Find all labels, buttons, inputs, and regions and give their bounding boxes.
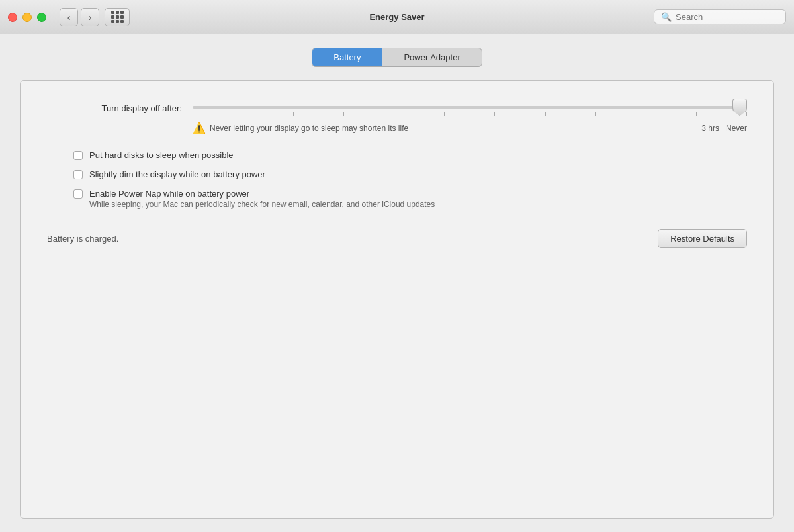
checkbox-row-hard-disks: Put hard disks to sleep when possible [47, 150, 747, 160]
settings-panel: Turn display off after: [20, 80, 774, 519]
tick [293, 112, 294, 116]
checkbox-power-nap-subtext: While sleeping, your Mac can periodicall… [89, 200, 435, 209]
forward-button[interactable]: › [81, 8, 99, 26]
back-button[interactable]: ‹ [60, 8, 78, 26]
slider-container [193, 99, 747, 116]
warning-section: ⚠️ Never letting your display go to slee… [193, 122, 701, 134]
grid-icon [111, 11, 124, 23]
maximize-button[interactable] [37, 13, 46, 22]
tick [746, 112, 747, 116]
tick [494, 112, 495, 116]
checkbox-dim-display-label: Slightly dim the display while on batter… [89, 169, 265, 179]
checkbox-hard-disks-label: Put hard disks to sleep when possible [89, 150, 234, 160]
tab-power-adapter[interactable]: Power Adapter [382, 48, 481, 66]
tick [193, 112, 193, 116]
warning-row: ⚠️ Never letting your display go to slee… [193, 122, 747, 134]
warning-text: Never letting your display go to sleep m… [210, 124, 701, 133]
time-labels: 3 hrs Never [701, 124, 747, 133]
time-3hrs: 3 hrs [701, 124, 719, 133]
tick [444, 112, 445, 116]
minimize-button[interactable] [22, 13, 32, 22]
panel-bottom-bar: Battery is charged. Restore Defaults [47, 218, 747, 248]
tick [394, 112, 394, 116]
search-icon: 🔍 [661, 12, 672, 22]
window-controls [8, 13, 46, 22]
tick [343, 112, 344, 116]
slider-label: Turn display off after: [47, 103, 193, 113]
battery-status: Battery is charged. [47, 234, 650, 244]
main-content: Battery Power Adapter Turn display off a… [0, 34, 794, 532]
titlebar: ‹ › Energy Saver 🔍 [0, 0, 794, 34]
time-never: Never [726, 124, 747, 133]
checkbox-power-nap[interactable] [73, 189, 83, 199]
grid-button[interactable] [105, 8, 130, 26]
tab-group: Battery Power Adapter [312, 48, 482, 67]
display-sleep-slider[interactable] [193, 106, 747, 109]
slider-row: Turn display off after: [47, 99, 747, 116]
search-bar[interactable]: 🔍 [654, 9, 786, 24]
tick [646, 112, 646, 116]
warning-icon: ⚠️ [193, 122, 206, 134]
checkbox-power-nap-label: Enable Power Nap while on battery power [89, 189, 435, 199]
tick [545, 112, 546, 116]
close-button[interactable] [8, 13, 17, 22]
tick [596, 112, 596, 116]
checkbox-hard-disks[interactable] [73, 151, 83, 160]
window-title: Energy Saver [369, 12, 424, 22]
tick [243, 112, 243, 116]
checkbox-dim-display[interactable] [73, 170, 83, 179]
search-input[interactable] [676, 12, 779, 22]
checkbox-row-dim-display: Slightly dim the display while on batter… [47, 169, 747, 179]
nav-buttons: ‹ › [60, 8, 99, 26]
tick [696, 112, 697, 116]
segment-control: Battery Power Adapter [20, 48, 774, 67]
restore-defaults-button[interactable]: Restore Defaults [658, 229, 747, 248]
checkbox-row-power-nap: Enable Power Nap while on battery power … [47, 189, 747, 209]
tab-battery[interactable]: Battery [312, 48, 382, 66]
